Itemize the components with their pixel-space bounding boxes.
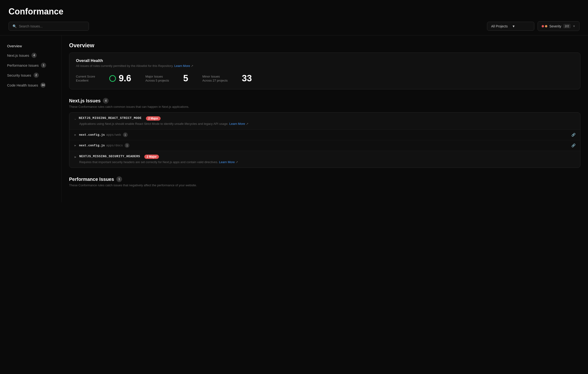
learn-more-link-react-strict[interactable]: Learn More bbox=[229, 122, 245, 125]
score-stat: Current Score Excellent bbox=[76, 75, 95, 82]
issue-desc-react-strict: Applications using Next.js should enable… bbox=[74, 122, 576, 125]
performance-issues-badge: 1 bbox=[116, 176, 122, 182]
search-input[interactable] bbox=[19, 24, 85, 28]
sidebar-item-label: Next.js Issues bbox=[7, 53, 29, 57]
issue-row-security-headers-header: ► NEXTJS_MISSING_SECURITY_HEADERS 2 Majo… bbox=[74, 155, 576, 159]
issue-row-react-strict-header: ⌄ NEXTJS_MISSING_REACT_STRICT_MODE 2 Maj… bbox=[74, 116, 576, 121]
minor-label: Minor Issues bbox=[202, 75, 228, 78]
search-icon: 🔍 bbox=[12, 24, 17, 28]
performance-issues-section: Performance Issues 1 These Conformance r… bbox=[69, 176, 580, 187]
sub-count-docs: 1 bbox=[125, 143, 129, 148]
sub-filename-web: next.config.js bbox=[79, 133, 105, 137]
projects-dropdown[interactable]: All Projects ▼ bbox=[487, 22, 534, 31]
major-sub: Across 5 projects bbox=[146, 79, 169, 82]
search-box[interactable]: 🔍 bbox=[9, 22, 89, 31]
nextjs-issues-subtitle: These Conformance rules catch common iss… bbox=[69, 105, 580, 108]
sidebar-badge-performance: 1 bbox=[41, 63, 46, 68]
score-display: 9.6 bbox=[109, 73, 131, 83]
page-title: Conformance bbox=[9, 7, 579, 17]
nextjs-issues-card: ⌄ NEXTJS_MISSING_REACT_STRICT_MODE 2 Maj… bbox=[69, 112, 580, 168]
sidebar-item-label: Overview bbox=[7, 44, 22, 48]
minor-number: 33 bbox=[242, 73, 252, 83]
major-number: 5 bbox=[183, 73, 188, 83]
sidebar: Overview Next.js Issues 4 Performance Is… bbox=[0, 35, 62, 202]
issue-name-security-headers: NEXTJS_MISSING_SECURITY_HEADERS bbox=[79, 155, 140, 158]
score-number: 9.6 bbox=[119, 73, 131, 83]
nextjs-issues-header: Next.js Issues 4 bbox=[69, 98, 580, 104]
projects-label: All Projects bbox=[491, 24, 509, 28]
overall-health-subtitle: All issues of rules currently permitted … bbox=[76, 64, 574, 68]
content: Overview Overall Health All issues of ru… bbox=[62, 35, 588, 202]
chevron-right-icon-docs: ► bbox=[74, 144, 77, 147]
sub-count-web: 1 bbox=[123, 132, 128, 137]
link-icon-docs[interactable]: 🔗 bbox=[571, 144, 576, 147]
nextjs-issues-title: Next.js Issues bbox=[69, 98, 101, 104]
performance-issues-subtitle: These Conformance rules catch issues tha… bbox=[69, 183, 580, 187]
header: Conformance 🔍 All Projects ▼ Severity 2/… bbox=[0, 0, 588, 35]
minor-sub: Across 27 projects bbox=[202, 79, 228, 82]
sidebar-item-overview[interactable]: Overview bbox=[5, 42, 57, 50]
sub-path-web: apps/web bbox=[106, 133, 121, 137]
major-stat: Major Issues Across 5 projects bbox=[146, 75, 169, 82]
link-icon-web[interactable]: 🔗 bbox=[571, 133, 576, 137]
issue-desc-security-headers: Requires that important security headers… bbox=[74, 160, 576, 164]
issue-row-react-strict: ⌄ NEXTJS_MISSING_REACT_STRICT_MODE 2 Maj… bbox=[69, 113, 580, 130]
issue-row-security-headers: ► NEXTJS_MISSING_SECURITY_HEADERS 2 Majo… bbox=[69, 151, 580, 168]
major-badge-react-strict: 2 Major bbox=[146, 116, 161, 121]
sidebar-item-performance-issues[interactable]: Performance Issues 1 bbox=[5, 61, 57, 70]
sidebar-item-security-issues[interactable]: Security Issues 2 bbox=[5, 71, 57, 80]
sidebar-badge-code-health: 34 bbox=[41, 83, 46, 88]
overview-stats: Current Score Excellent 9.6 Major Issues… bbox=[76, 73, 574, 83]
overview-card: Overall Health All issues of rules curre… bbox=[69, 52, 580, 89]
score-label: Current Score bbox=[76, 75, 95, 78]
learn-more-link-overview[interactable]: Learn More bbox=[174, 64, 190, 68]
nextjs-issues-badge: 4 bbox=[103, 98, 109, 104]
sidebar-badge-nextjs: 4 bbox=[32, 53, 37, 58]
chevron-down-icon: ▼ bbox=[512, 24, 530, 28]
severity-red-dot bbox=[542, 25, 544, 27]
chevron-right-icon-web: ► bbox=[74, 133, 77, 136]
sidebar-badge-security: 2 bbox=[34, 73, 39, 78]
severity-dots bbox=[542, 25, 547, 27]
major-label: Major Issues bbox=[146, 75, 169, 78]
overall-health-title: Overall Health bbox=[76, 58, 574, 63]
issue-name-react-strict: NEXTJS_MISSING_REACT_STRICT_MODE bbox=[79, 116, 142, 120]
severity-orange-dot bbox=[545, 25, 547, 27]
score-sub: Excellent bbox=[76, 79, 95, 82]
severity-dropdown[interactable]: Severity 2/2 ▼ bbox=[538, 21, 579, 31]
severity-label: Severity bbox=[549, 24, 561, 28]
minor-stat: Minor Issues Across 27 projects bbox=[202, 75, 228, 82]
score-circle bbox=[109, 75, 116, 82]
sub-issue-row-docs[interactable]: ► next.config.js apps/docs 1 🔗 bbox=[69, 140, 580, 151]
sidebar-item-label: Performance Issues bbox=[7, 63, 39, 67]
sub-filename-docs: next.config.js bbox=[79, 144, 105, 147]
main-layout: Overview Next.js Issues 4 Performance Is… bbox=[0, 35, 588, 202]
major-badge-security-headers: 2 Major bbox=[144, 155, 159, 159]
sidebar-item-code-health-issues[interactable]: Code Health Issues 34 bbox=[5, 81, 57, 90]
sub-issue-row-web[interactable]: ► next.config.js apps/web 1 🔗 bbox=[69, 130, 580, 140]
performance-issues-title: Performance Issues bbox=[69, 177, 114, 182]
header-controls: 🔍 All Projects ▼ Severity 2/2 ▼ bbox=[9, 21, 579, 31]
sidebar-item-label: Security Issues bbox=[7, 73, 31, 77]
chevron-down-icon-severity: ▼ bbox=[573, 25, 576, 28]
nextjs-issues-section: Next.js Issues 4 These Conformance rules… bbox=[69, 98, 580, 168]
severity-count: 2/2 bbox=[563, 24, 571, 28]
sub-path-docs: apps/docs bbox=[106, 144, 123, 147]
chevron-down-icon-rule1[interactable]: ⌄ bbox=[74, 117, 76, 120]
learn-more-link-security-headers[interactable]: Learn More bbox=[219, 160, 235, 164]
chevron-right-icon-rule2[interactable]: ► bbox=[74, 155, 77, 159]
sidebar-item-label: Code Health Issues bbox=[7, 83, 38, 87]
overview-section-title: Overview bbox=[69, 42, 580, 49]
sidebar-item-nextjs-issues[interactable]: Next.js Issues 4 bbox=[5, 51, 57, 60]
performance-issues-header: Performance Issues 1 bbox=[69, 176, 580, 182]
